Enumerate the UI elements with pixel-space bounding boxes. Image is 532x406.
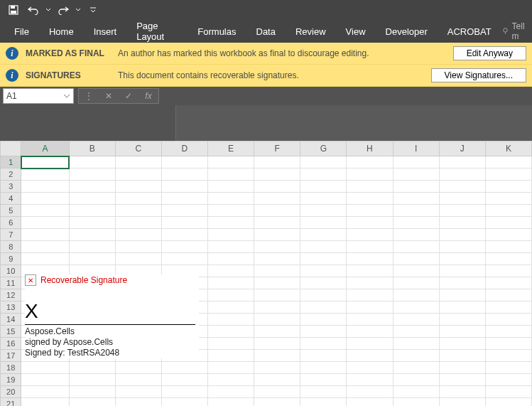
- cell[interactable]: [347, 156, 393, 169]
- cell[interactable]: [161, 374, 207, 386]
- undo-dropdown-icon[interactable]: [44, 1, 53, 18]
- cell[interactable]: [485, 277, 531, 289]
- row-header[interactable]: 11: [1, 277, 21, 289]
- cell[interactable]: [208, 181, 254, 193]
- cell[interactable]: [347, 253, 393, 265]
- cell[interactable]: [300, 156, 347, 169]
- cell[interactable]: [115, 241, 161, 253]
- cell[interactable]: [69, 374, 115, 386]
- cell[interactable]: [439, 386, 485, 398]
- row-header[interactable]: 1: [1, 156, 21, 169]
- cell[interactable]: [300, 241, 347, 253]
- cell[interactable]: [439, 229, 485, 241]
- cell[interactable]: [485, 362, 531, 374]
- cell[interactable]: [208, 217, 254, 229]
- cell[interactable]: [115, 181, 161, 193]
- cell[interactable]: [69, 156, 115, 169]
- redo-dropdown-icon[interactable]: [74, 1, 82, 18]
- cell[interactable]: [439, 169, 485, 181]
- tell-me-search[interactable]: Tell m: [501, 21, 532, 41]
- cell[interactable]: [254, 156, 300, 169]
- enter-icon[interactable]: ✓: [119, 89, 139, 103]
- cell[interactable]: [347, 277, 393, 289]
- cell[interactable]: [21, 156, 69, 169]
- cell[interactable]: [485, 338, 531, 350]
- column-header[interactable]: B: [69, 141, 115, 156]
- cell[interactable]: [439, 326, 485, 338]
- cell[interactable]: [393, 374, 439, 386]
- tab-formulas[interactable]: Formulas: [188, 20, 246, 43]
- cell[interactable]: [347, 229, 393, 241]
- cell[interactable]: [69, 253, 115, 265]
- cell[interactable]: [393, 193, 439, 205]
- cell[interactable]: [485, 265, 531, 277]
- cell[interactable]: [439, 362, 485, 374]
- cell[interactable]: [300, 193, 347, 205]
- cell[interactable]: [208, 277, 254, 289]
- cell[interactable]: [393, 338, 439, 350]
- cell[interactable]: [115, 169, 161, 181]
- tab-acrobat[interactable]: ACROBAT: [438, 20, 501, 43]
- cell[interactable]: [347, 217, 393, 229]
- cell[interactable]: [485, 169, 531, 181]
- column-header[interactable]: E: [208, 141, 254, 156]
- edit-anyway-button[interactable]: Edit Anyway: [453, 46, 526, 60]
- cell[interactable]: [347, 205, 393, 217]
- cell[interactable]: [21, 253, 69, 265]
- cell[interactable]: [393, 314, 439, 326]
- cell[interactable]: [439, 265, 485, 277]
- cell[interactable]: [254, 289, 300, 301]
- cell[interactable]: [254, 326, 300, 338]
- cell[interactable]: [115, 398, 161, 407]
- cell[interactable]: [393, 205, 439, 217]
- row-header[interactable]: 16: [1, 338, 21, 350]
- row-header[interactable]: 5: [1, 205, 21, 217]
- cell[interactable]: [300, 301, 347, 314]
- column-header[interactable]: H: [347, 141, 393, 156]
- cell[interactable]: [115, 386, 161, 398]
- cell[interactable]: [208, 156, 254, 169]
- cell[interactable]: [115, 205, 161, 217]
- cell[interactable]: [254, 362, 300, 374]
- cell[interactable]: [69, 217, 115, 229]
- cell[interactable]: [254, 193, 300, 205]
- column-header[interactable]: J: [439, 141, 485, 156]
- cell[interactable]: [115, 193, 161, 205]
- cell[interactable]: [208, 326, 254, 338]
- cell[interactable]: [300, 265, 347, 277]
- tab-file[interactable]: File: [4, 20, 39, 43]
- cell[interactable]: [485, 386, 531, 398]
- cell[interactable]: [439, 205, 485, 217]
- cell[interactable]: [393, 301, 439, 314]
- cell[interactable]: [347, 326, 393, 338]
- cell[interactable]: [254, 229, 300, 241]
- cell[interactable]: [21, 193, 69, 205]
- cell[interactable]: [208, 374, 254, 386]
- cell[interactable]: [393, 181, 439, 193]
- cell[interactable]: [254, 338, 300, 350]
- cell[interactable]: [300, 398, 347, 407]
- cell[interactable]: [69, 169, 115, 181]
- tab-view[interactable]: View: [336, 20, 376, 43]
- cell[interactable]: [485, 156, 531, 169]
- cell[interactable]: [393, 386, 439, 398]
- cell[interactable]: [485, 350, 531, 362]
- cell[interactable]: [254, 314, 300, 326]
- row-header[interactable]: 21: [1, 398, 21, 407]
- cell[interactable]: [161, 362, 207, 374]
- cell[interactable]: [208, 301, 254, 314]
- cell[interactable]: [300, 338, 347, 350]
- cell[interactable]: [439, 289, 485, 301]
- cell[interactable]: [347, 169, 393, 181]
- cell[interactable]: [347, 241, 393, 253]
- cell[interactable]: [161, 229, 207, 241]
- view-signatures-button[interactable]: View Signatures...: [431, 68, 527, 82]
- cell[interactable]: [485, 398, 531, 407]
- cell[interactable]: [161, 386, 207, 398]
- cell[interactable]: [208, 314, 254, 326]
- cell[interactable]: [161, 156, 207, 169]
- cell[interactable]: [347, 193, 393, 205]
- column-header[interactable]: I: [393, 141, 439, 156]
- cell[interactable]: [439, 374, 485, 386]
- cell[interactable]: [208, 386, 254, 398]
